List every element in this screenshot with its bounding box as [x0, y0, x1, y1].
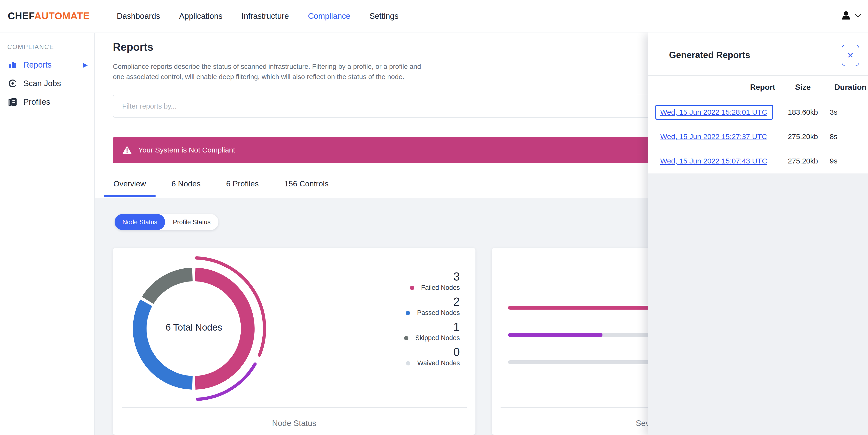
table-row: Wed, 15 Jun 2022 15:07:43 UTC 275.20kb 9…: [648, 149, 868, 173]
column-header-size: Size: [780, 83, 826, 92]
legend-label: Skipped Nodes: [415, 334, 460, 342]
nav-item-infrastructure[interactable]: Infrastructure: [232, 11, 299, 21]
report-rows: Wed, 15 Jun 2022 15:28:01 UTC 183.60kb 3…: [648, 100, 868, 173]
toggle-node-status[interactable]: Node Status: [115, 214, 165, 230]
nav-item-dashboards[interactable]: Dashboards: [107, 11, 170, 21]
report-link[interactable]: Wed, 15 Jun 2022 15:07:43 UTC: [660, 157, 767, 165]
sidebar-item-label: Profiles: [23, 97, 50, 107]
severity-bar-major-fill: [508, 333, 602, 337]
node-status-card: 6 Total Nodes 3 Failed Nodes 2 Passed No…: [113, 248, 475, 435]
nav-item-settings[interactable]: Settings: [360, 11, 408, 21]
legend-item-skipped: 1 Skipped Nodes: [404, 321, 460, 342]
report-duration: 8s: [830, 133, 838, 141]
table-row: Wed, 15 Jun 2022 15:28:01 UTC 183.60kb 3…: [648, 100, 868, 124]
tab-controls[interactable]: 156 Controls: [275, 179, 338, 197]
legend-value: 2: [404, 295, 460, 308]
failed-dot-icon: [410, 286, 414, 290]
report-duration: 3s: [830, 108, 838, 116]
page-title: Reports: [113, 41, 153, 53]
legend-item-waived: 0 Waived Nodes: [404, 346, 460, 367]
toggle-profile-status[interactable]: Profile Status: [165, 214, 218, 230]
report-link[interactable]: Wed, 15 Jun 2022 15:27:37 UTC: [660, 133, 767, 141]
bar-chart-icon: [7, 60, 18, 70]
status-toggle: Node Status Profile Status: [115, 214, 218, 230]
donut-passed-segment: [140, 303, 192, 383]
radar-icon: [7, 78, 18, 89]
page-description-line1: Compliance reports describe the status o…: [113, 61, 421, 72]
link-box: Wed, 15 Jun 2022 15:07:43 UTC: [655, 153, 773, 169]
legend-value: 0: [404, 346, 460, 358]
column-header-duration: Duration: [826, 83, 868, 92]
report-size: 275.20kb: [780, 133, 826, 141]
link-box: Wed, 15 Jun 2022 15:27:37 UTC: [655, 129, 773, 144]
nav-links: Dashboards Applications Infrastructure C…: [107, 11, 408, 21]
generated-reports-panel: Generated Reports ✕ Report Size Duration…: [648, 32, 868, 173]
legend-item-passed: 2 Passed Nodes: [404, 295, 460, 317]
sidebar-item-label: Reports: [23, 60, 52, 69]
report-link[interactable]: Wed, 15 Jun 2022 15:28:01 UTC: [660, 108, 767, 116]
legend-label: Failed Nodes: [421, 284, 460, 292]
report-size: 183.60kb: [780, 108, 826, 116]
focused-link-box: Wed, 15 Jun 2022 15:28:01 UTC: [655, 105, 773, 120]
donut-skipped-segment: [148, 274, 193, 300]
tab-profiles[interactable]: 6 Profiles: [217, 179, 269, 197]
legend-value: 3: [404, 270, 460, 283]
drawer-divider: [648, 76, 868, 76]
report-duration: 9s: [830, 157, 838, 165]
tab-overview[interactable]: Overview: [104, 179, 156, 197]
documents-icon: [7, 97, 18, 107]
sidebar-section-label: COMPLIANCE: [7, 43, 94, 51]
sidebar-item-scan-jobs[interactable]: Scan Jobs: [0, 74, 94, 93]
close-icon[interactable]: ✕: [842, 45, 859, 66]
sidebar-item-profiles[interactable]: Profiles: [0, 93, 94, 111]
legend-item-failed: 3 Failed Nodes: [404, 270, 460, 292]
page-description: Compliance reports describe the status o…: [113, 61, 421, 82]
nav-item-applications[interactable]: Applications: [170, 11, 232, 21]
submenu-arrow-icon[interactable]: ▶: [83, 61, 88, 68]
brand-automate: AUTOMATE: [34, 10, 90, 21]
warning-icon: [122, 146, 132, 154]
tab-nodes[interactable]: 6 Nodes: [162, 179, 210, 197]
node-status-legend: 3 Failed Nodes 2 Passed Nodes 1 Skipped …: [404, 270, 460, 371]
sidebar-item-label: Scan Jobs: [23, 79, 61, 88]
legend-value: 1: [404, 321, 460, 333]
user-menu[interactable]: [841, 10, 861, 22]
chevron-down-icon: [855, 14, 861, 19]
waived-dot-icon: [406, 361, 410, 366]
legend-label: Passed Nodes: [417, 309, 460, 317]
drawer-title: Generated Reports: [669, 50, 750, 60]
donut-center-label: 6 Total Nodes: [118, 322, 270, 333]
brand-logo[interactable]: CHEFAUTOMATE: [8, 10, 90, 22]
nav-item-compliance[interactable]: Compliance: [299, 11, 360, 21]
user-avatar-icon: [841, 10, 851, 22]
generated-reports-drawer: Generated Reports ✕ Report Size Duration…: [648, 32, 868, 435]
top-nav: CHEFAUTOMATE Dashboards Applications Inf…: [0, 0, 868, 32]
alert-text: Your System is Not Compliant: [138, 146, 235, 154]
skipped-dot-icon: [404, 336, 408, 340]
page-description-line2: one associated control, will enable deep…: [113, 72, 421, 82]
node-status-card-title: Node Status: [113, 419, 475, 428]
report-tabs: Overview 6 Nodes 6 Profiles 156 Controls: [104, 179, 344, 197]
table-row: Wed, 15 Jun 2022 15:27:37 UTC 275.20kb 8…: [648, 124, 868, 149]
passed-dot-icon: [406, 311, 410, 315]
card-divider: [122, 407, 467, 408]
report-size: 275.20kb: [780, 157, 826, 165]
legend-label: Waived Nodes: [417, 359, 460, 367]
brand-chef: CHEF: [8, 10, 34, 21]
sidebar: COMPLIANCE Reports ▶ Scan Jobs Profiles: [0, 33, 95, 435]
sidebar-item-reports[interactable]: Reports ▶: [0, 56, 94, 74]
